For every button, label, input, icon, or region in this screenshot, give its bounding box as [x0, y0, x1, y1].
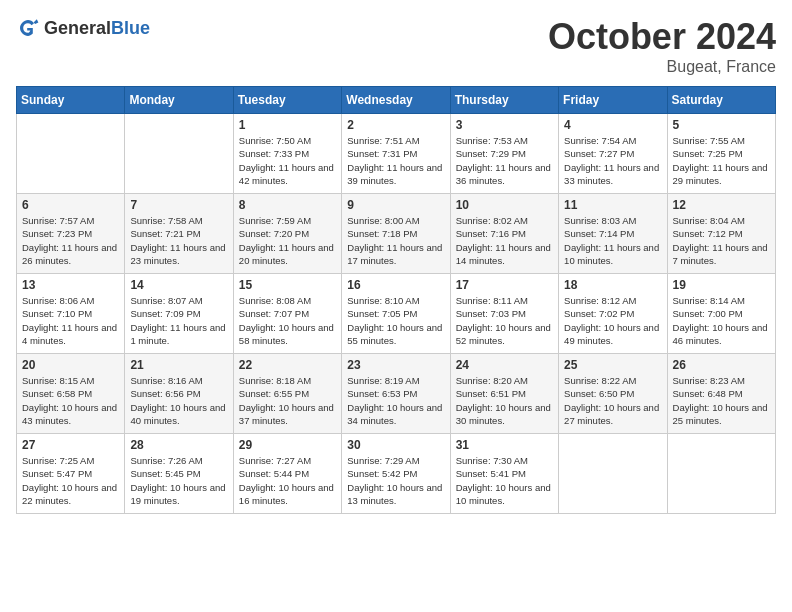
calendar-cell: 10Sunrise: 8:02 AMSunset: 7:16 PMDayligh…: [450, 194, 558, 274]
day-number: 7: [130, 198, 227, 212]
weekday-header-monday: Monday: [125, 87, 233, 114]
day-info: Sunrise: 7:25 AMSunset: 5:47 PMDaylight:…: [22, 454, 119, 507]
day-number: 21: [130, 358, 227, 372]
logo-blue: Blue: [111, 18, 150, 38]
logo-icon: [16, 16, 40, 40]
day-info: Sunrise: 8:23 AMSunset: 6:48 PMDaylight:…: [673, 374, 770, 427]
page-header: GeneralBlue October 2024 Bugeat, France: [16, 16, 776, 76]
calendar-cell: 19Sunrise: 8:14 AMSunset: 7:00 PMDayligh…: [667, 274, 775, 354]
calendar-cell: 31Sunrise: 7:30 AMSunset: 5:41 PMDayligh…: [450, 434, 558, 514]
day-info: Sunrise: 7:57 AMSunset: 7:23 PMDaylight:…: [22, 214, 119, 267]
day-number: 20: [22, 358, 119, 372]
day-info: Sunrise: 8:10 AMSunset: 7:05 PMDaylight:…: [347, 294, 444, 347]
day-info: Sunrise: 7:58 AMSunset: 7:21 PMDaylight:…: [130, 214, 227, 267]
calendar-cell: 16Sunrise: 8:10 AMSunset: 7:05 PMDayligh…: [342, 274, 450, 354]
day-info: Sunrise: 8:15 AMSunset: 6:58 PMDaylight:…: [22, 374, 119, 427]
day-info: Sunrise: 7:55 AMSunset: 7:25 PMDaylight:…: [673, 134, 770, 187]
calendar-cell: 6Sunrise: 7:57 AMSunset: 7:23 PMDaylight…: [17, 194, 125, 274]
day-info: Sunrise: 8:14 AMSunset: 7:00 PMDaylight:…: [673, 294, 770, 347]
weekday-header-tuesday: Tuesday: [233, 87, 341, 114]
calendar-cell: 2Sunrise: 7:51 AMSunset: 7:31 PMDaylight…: [342, 114, 450, 194]
weekday-header-saturday: Saturday: [667, 87, 775, 114]
calendar-cell: 15Sunrise: 8:08 AMSunset: 7:07 PMDayligh…: [233, 274, 341, 354]
day-number: 26: [673, 358, 770, 372]
calendar-cell: 7Sunrise: 7:58 AMSunset: 7:21 PMDaylight…: [125, 194, 233, 274]
calendar-cell: [125, 114, 233, 194]
calendar-cell: 30Sunrise: 7:29 AMSunset: 5:42 PMDayligh…: [342, 434, 450, 514]
day-info: Sunrise: 8:20 AMSunset: 6:51 PMDaylight:…: [456, 374, 553, 427]
day-info: Sunrise: 7:51 AMSunset: 7:31 PMDaylight:…: [347, 134, 444, 187]
day-number: 18: [564, 278, 661, 292]
day-number: 16: [347, 278, 444, 292]
day-info: Sunrise: 8:08 AMSunset: 7:07 PMDaylight:…: [239, 294, 336, 347]
day-info: Sunrise: 8:07 AMSunset: 7:09 PMDaylight:…: [130, 294, 227, 347]
weekday-header-wednesday: Wednesday: [342, 87, 450, 114]
day-number: 9: [347, 198, 444, 212]
calendar-cell: 4Sunrise: 7:54 AMSunset: 7:27 PMDaylight…: [559, 114, 667, 194]
day-number: 30: [347, 438, 444, 452]
day-number: 19: [673, 278, 770, 292]
location-title: Bugeat, France: [548, 58, 776, 76]
calendar-cell: 17Sunrise: 8:11 AMSunset: 7:03 PMDayligh…: [450, 274, 558, 354]
day-number: 23: [347, 358, 444, 372]
day-info: Sunrise: 8:06 AMSunset: 7:10 PMDaylight:…: [22, 294, 119, 347]
weekday-header-friday: Friday: [559, 87, 667, 114]
day-info: Sunrise: 8:00 AMSunset: 7:18 PMDaylight:…: [347, 214, 444, 267]
calendar-cell: 29Sunrise: 7:27 AMSunset: 5:44 PMDayligh…: [233, 434, 341, 514]
day-number: 24: [456, 358, 553, 372]
day-info: Sunrise: 8:12 AMSunset: 7:02 PMDaylight:…: [564, 294, 661, 347]
day-info: Sunrise: 8:02 AMSunset: 7:16 PMDaylight:…: [456, 214, 553, 267]
day-info: Sunrise: 7:30 AMSunset: 5:41 PMDaylight:…: [456, 454, 553, 507]
day-number: 4: [564, 118, 661, 132]
calendar-cell: 23Sunrise: 8:19 AMSunset: 6:53 PMDayligh…: [342, 354, 450, 434]
day-number: 28: [130, 438, 227, 452]
day-number: 6: [22, 198, 119, 212]
day-info: Sunrise: 8:19 AMSunset: 6:53 PMDaylight:…: [347, 374, 444, 427]
day-info: Sunrise: 8:16 AMSunset: 6:56 PMDaylight:…: [130, 374, 227, 427]
title-block: October 2024 Bugeat, France: [548, 16, 776, 76]
calendar-table: SundayMondayTuesdayWednesdayThursdayFrid…: [16, 86, 776, 514]
day-info: Sunrise: 8:22 AMSunset: 6:50 PMDaylight:…: [564, 374, 661, 427]
calendar-cell: 18Sunrise: 8:12 AMSunset: 7:02 PMDayligh…: [559, 274, 667, 354]
day-info: Sunrise: 7:53 AMSunset: 7:29 PMDaylight:…: [456, 134, 553, 187]
day-number: 22: [239, 358, 336, 372]
calendar-cell: [17, 114, 125, 194]
day-info: Sunrise: 7:27 AMSunset: 5:44 PMDaylight:…: [239, 454, 336, 507]
weekday-header-thursday: Thursday: [450, 87, 558, 114]
calendar-cell: 8Sunrise: 7:59 AMSunset: 7:20 PMDaylight…: [233, 194, 341, 274]
logo-text: GeneralBlue: [44, 18, 150, 39]
calendar-cell: 9Sunrise: 8:00 AMSunset: 7:18 PMDaylight…: [342, 194, 450, 274]
day-number: 3: [456, 118, 553, 132]
day-number: 14: [130, 278, 227, 292]
day-info: Sunrise: 7:54 AMSunset: 7:27 PMDaylight:…: [564, 134, 661, 187]
calendar-cell: 26Sunrise: 8:23 AMSunset: 6:48 PMDayligh…: [667, 354, 775, 434]
day-number: 27: [22, 438, 119, 452]
day-number: 10: [456, 198, 553, 212]
day-info: Sunrise: 8:18 AMSunset: 6:55 PMDaylight:…: [239, 374, 336, 427]
day-info: Sunrise: 7:29 AMSunset: 5:42 PMDaylight:…: [347, 454, 444, 507]
calendar-cell: 13Sunrise: 8:06 AMSunset: 7:10 PMDayligh…: [17, 274, 125, 354]
calendar-cell: 27Sunrise: 7:25 AMSunset: 5:47 PMDayligh…: [17, 434, 125, 514]
calendar-cell: 5Sunrise: 7:55 AMSunset: 7:25 PMDaylight…: [667, 114, 775, 194]
day-number: 13: [22, 278, 119, 292]
day-number: 25: [564, 358, 661, 372]
day-number: 29: [239, 438, 336, 452]
day-number: 31: [456, 438, 553, 452]
calendar-cell: 3Sunrise: 7:53 AMSunset: 7:29 PMDaylight…: [450, 114, 558, 194]
day-number: 17: [456, 278, 553, 292]
calendar-cell: 14Sunrise: 8:07 AMSunset: 7:09 PMDayligh…: [125, 274, 233, 354]
logo: GeneralBlue: [16, 16, 150, 40]
calendar-cell: [559, 434, 667, 514]
calendar-cell: 12Sunrise: 8:04 AMSunset: 7:12 PMDayligh…: [667, 194, 775, 274]
day-number: 11: [564, 198, 661, 212]
day-number: 12: [673, 198, 770, 212]
month-title: October 2024: [548, 16, 776, 58]
day-number: 15: [239, 278, 336, 292]
calendar-cell: 25Sunrise: 8:22 AMSunset: 6:50 PMDayligh…: [559, 354, 667, 434]
day-number: 8: [239, 198, 336, 212]
day-info: Sunrise: 7:50 AMSunset: 7:33 PMDaylight:…: [239, 134, 336, 187]
day-info: Sunrise: 7:26 AMSunset: 5:45 PMDaylight:…: [130, 454, 227, 507]
day-number: 1: [239, 118, 336, 132]
day-info: Sunrise: 7:59 AMSunset: 7:20 PMDaylight:…: [239, 214, 336, 267]
calendar-cell: [667, 434, 775, 514]
